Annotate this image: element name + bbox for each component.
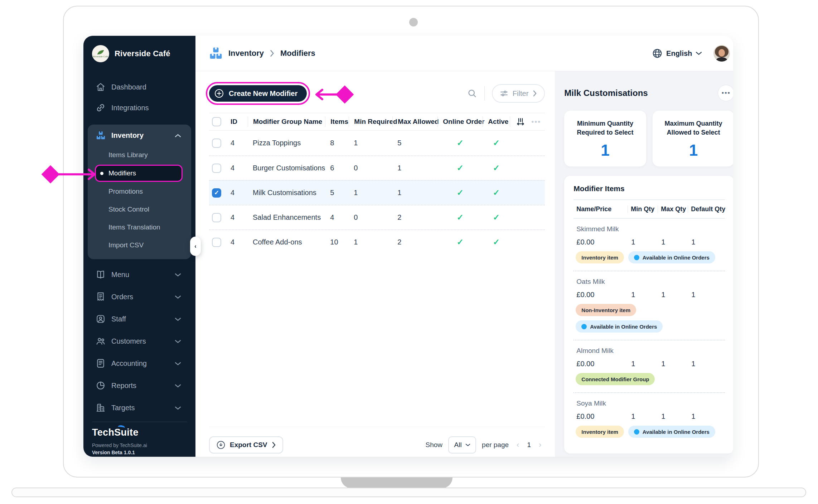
column-header-id[interactable]: ID [226,116,248,127]
filter-sliders-icon [500,89,508,98]
sidebar-item-accounting[interactable]: Accounting [83,352,195,374]
per-page-label: per page [482,441,509,449]
page-size-select[interactable]: All [448,436,476,454]
select-all-checkbox[interactable] [212,117,221,126]
techsuite-logo: TechSuite [92,427,139,438]
sidebar-nav: Dashboard Integrations [83,77,195,419]
breadcrumb-section[interactable]: Inventory [228,49,264,58]
modifier-item[interactable]: Oats Milk £0.00 1 1 1 Non-Inventory item… [573,271,725,340]
sidebar-item-label: Reports [111,382,136,390]
non-inventory-item-tag: Non-Inventory item [576,304,636,316]
modifier-items-header: Name/Price Min Qty Max Qty Default Qty [573,200,725,219]
online-order-check-icon: ✓ [437,163,483,173]
sidebar-item-customers[interactable]: Customers [83,330,195,352]
sidebar-item-staff[interactable]: Staff [83,308,195,330]
show-label: Show [426,441,443,449]
inventory-group: Inventory Items Library Modifiers Promot… [88,125,191,259]
sidebar-item-stock-control[interactable]: Stock Control [88,200,191,218]
active-check-icon: ✓ [483,237,510,247]
online-order-check-icon: ✓ [437,213,483,222]
row-checkbox[interactable] [212,238,221,247]
sidebar-item-orders[interactable]: Orders [83,286,195,308]
row-checkbox[interactable] [212,139,221,148]
filter-button[interactable]: Filter [492,84,545,103]
chevron-down-icon [465,443,470,447]
modifier-item[interactable]: Almond Milk £0.00 1 1 1 Connected Modifi… [573,340,725,392]
table-row[interactable]: 4 Pizza Toppings 8 1 5 ✓ ✓ [209,131,545,155]
chevron-right-icon [270,50,275,57]
row-checkbox[interactable] [212,213,221,222]
column-header-online-order[interactable]: Online Order [437,116,483,127]
breadcrumb-page: Modifiers [280,49,315,58]
create-new-modifier-button[interactable]: Create New Modifier [209,85,307,102]
export-csv-button[interactable]: Export CSV [209,436,283,454]
modifier-group-name: Milk Customisations [248,189,325,197]
inventory-item-tag: Inventory item [576,251,624,263]
sidebar-item-menu[interactable]: Menu [83,263,195,286]
column-header-items[interactable]: Items [325,116,349,127]
max-quantity-value: 1 [658,141,730,159]
column-header-max-allowed[interactable]: Max Allowed [392,116,437,127]
modifier-group-name: Salad Enhancements [248,213,325,222]
modifier-item-price: £0.00 [573,360,628,368]
sidebar-item-reports[interactable]: Reports [83,374,195,397]
sidebar-item-label: Customers [111,337,146,345]
chevron-down-icon [175,315,181,323]
chevron-down-icon [175,337,181,345]
sidebar-item-items-translation[interactable]: Items Translation [88,218,191,236]
table-row[interactable]: 4 Salad Enhancements 4 0 2 ✓ ✓ [209,205,545,229]
language-selector[interactable]: English [652,48,702,59]
online-order-check-icon: ✓ [437,188,483,198]
column-resize-icon[interactable] [510,116,529,127]
row-checkbox-checked[interactable]: ✓ [212,188,221,198]
sidebar-item-label: Inventory [111,131,144,140]
panel-more-button[interactable]: ••• [718,85,733,101]
table-row[interactable]: 4 Burger Customisations 6 0 1 ✓ ✓ [209,155,545,180]
menu-book-icon [96,270,105,279]
table-more-icon[interactable]: ••• [529,118,545,126]
plus-circle-icon [214,88,224,98]
column-header-active[interactable]: Active [483,116,510,127]
integrations-icon [96,103,105,112]
table-row-selected[interactable]: ✓ 4 Milk Customisations 5 1 1 ✓ ✓ [209,180,545,205]
modifier-items-title: Modifier Items [573,184,725,193]
column-header-min-required[interactable]: Min Required [349,116,392,127]
sidebar-item-modifiers[interactable]: Modifiers [95,165,183,182]
row-checkbox[interactable] [212,164,221,173]
modifier-item[interactable]: Soya Milk £0.00 1 1 1 Inventory item Ava… [573,392,725,445]
column-header-name[interactable]: Modifier Group Name [248,116,325,127]
panel-title: Milk Customisations [564,88,648,98]
inventory-boxes-icon [96,131,106,140]
toolbar-divider [484,86,485,101]
sidebar-item-dashboard[interactable]: Dashboard [83,77,195,97]
language-label: English [666,49,692,58]
modifier-item-name: Skimmed Milk [573,225,725,233]
search-icon[interactable] [467,88,477,98]
table-row[interactable]: 4 Coffee Add-ons 10 1 2 ✓ ✓ [209,229,545,254]
version-text: Version Beta 1.0.1 [92,450,187,455]
sidebar-item-import-csv[interactable]: Import CSV [88,236,191,254]
sidebar-item-inventory[interactable]: Inventory [88,125,191,146]
chevron-down-icon [175,404,181,412]
active-check-icon: ✓ [483,188,510,198]
sidebar-item-label: Targets [111,404,135,412]
online-order-check-icon: ✓ [437,138,483,148]
sidebar-item-label: Orders [111,293,133,301]
sidebar-collapse-handle[interactable]: ‹ [190,237,201,256]
modifier-group-name: Coffee Add-ons [248,238,325,246]
top-header: Inventory Modifiers English [195,36,733,71]
chevron-right-icon [272,442,276,448]
staff-icon [96,314,105,324]
sidebar-item-integrations[interactable]: Integrations [83,97,195,118]
prev-page-button[interactable]: ‹ [514,440,521,450]
modifier-item[interactable]: Skimmed Milk £0.00 1 1 1 Inventory item … [573,219,725,271]
sidebar-item-promotions[interactable]: Promotions [88,183,191,200]
sidebar-item-targets[interactable]: Targets [83,397,195,419]
user-avatar[interactable] [713,45,730,62]
orders-receipt-icon [96,292,105,301]
inventory-item-tag: Inventory item [576,426,624,438]
sidebar-item-items-library[interactable]: Items Library [88,146,191,164]
chevron-down-icon [175,271,181,279]
reports-icon [96,381,105,390]
next-page-button[interactable]: › [537,440,543,450]
